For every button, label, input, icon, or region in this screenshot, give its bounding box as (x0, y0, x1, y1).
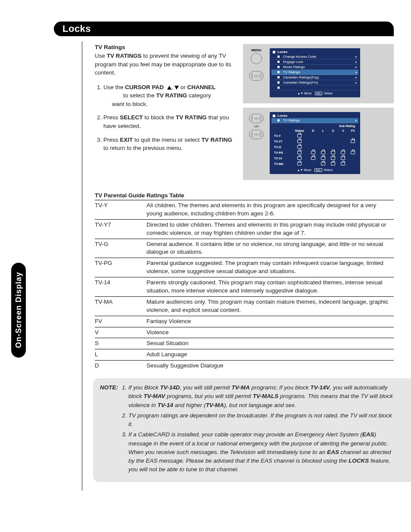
menu-button-label: MENU (247, 48, 265, 52)
note-box: NOTE: If you Block TV-14D, you will stil… (93, 378, 411, 482)
table-row: LAdult Language (95, 349, 394, 361)
lock-icon (297, 134, 302, 137)
side-tab: On-Screen Display (11, 263, 26, 358)
note-1: If you Block TV-14D, you will still perm… (128, 383, 394, 410)
step-2: Press SELECT to block the TV RATING that… (103, 113, 235, 130)
osd-screen-tvratings: Locks TV Ratings▸ Sub Rating Status DLSV… (270, 112, 360, 174)
osd-screen-locks: Locks Change Access Code▸ Engage Lock▸ M… (270, 48, 360, 97)
arrow-up-icon (167, 86, 171, 90)
vertical-divider (82, 41, 82, 491)
table-row: FVFantasy Violence (95, 316, 394, 327)
steps-list: Use the CURSOR PAD , or CHANNEL to selec… (95, 83, 235, 152)
table-row: TV-Y7Directed to older children. Themes … (95, 219, 394, 239)
ratings-table-title: TV Parental Guide Ratings Table (95, 192, 394, 199)
note-label: NOTE: (100, 384, 118, 391)
table-row: SSexual Situation (95, 338, 394, 349)
sub-rating-grid: Sub Rating Status DLSVFV TV-Y TV-Y7 TV-G… (271, 123, 358, 167)
table-row: TV-YAll children. The themes and element… (95, 200, 394, 220)
section-title: Locks (62, 23, 91, 34)
step-1: Use the CURSOR PAD , or CHANNEL to selec… (103, 83, 235, 109)
subsection-title: TV Ratings (95, 44, 235, 50)
menu-button-icon (251, 53, 262, 64)
ratings-table: TV-YAll children. The themes and element… (95, 200, 394, 371)
side-tab-label: On-Screen Display (14, 272, 23, 348)
arrow-down-icon (174, 86, 179, 90)
table-row: TV-GGeneral audience. It contains little… (95, 239, 394, 258)
table-row: TV-PGParental guidance suggested. The pr… (95, 258, 394, 277)
table-row: VViolence (95, 327, 394, 338)
or-label: OR (247, 125, 265, 128)
osd-panel-tvratings: OR Locks TV Ratings▸ Sub Rating Status D… (243, 108, 394, 180)
table-row: TV-MAMature audiences only. This program… (95, 296, 394, 316)
step-3: Press EXIT to quit the menu or select TV… (103, 136, 235, 152)
note-3: If a CableCARD is installed, your cable … (128, 430, 394, 474)
section-header: Locks (54, 22, 394, 36)
table-row: DSexually Suggestive Dialogue (95, 361, 394, 371)
note-2: TV program ratings are dependent on the … (128, 411, 394, 429)
table-row: TV-14Parents strongly cautioned. This pr… (95, 277, 394, 297)
cursor-pad-icon (249, 130, 264, 139)
intro-paragraph: Use TV RATINGS to prevent the viewing of… (95, 52, 235, 77)
osd-title: Locks (271, 50, 358, 54)
cursor-pad-icon (249, 71, 264, 81)
osd-panel-menu: MENU Locks Change Access Code▸ Engage Lo… (243, 44, 394, 103)
cursor-pad-icon (249, 114, 264, 123)
